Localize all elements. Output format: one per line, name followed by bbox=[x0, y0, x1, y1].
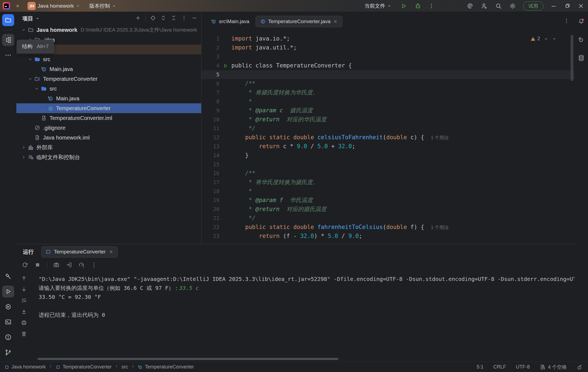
tree-item[interactable]: src bbox=[16, 84, 201, 94]
code-line[interactable]: 11 */ bbox=[201, 124, 574, 133]
editor-scrollbar[interactable] bbox=[571, 35, 573, 81]
tree-item[interactable]: Java homework.iml bbox=[16, 133, 201, 142]
code-line[interactable]: 16 /** bbox=[201, 169, 574, 178]
tool-more[interactable] bbox=[2, 49, 14, 61]
file-encoding[interactable]: UTF-8 bbox=[516, 364, 530, 370]
chevron-down-icon[interactable] bbox=[27, 57, 34, 61]
notifications[interactable] bbox=[578, 18, 585, 26]
code-line[interactable]: 13 return c * 9.0 / 5.0 + 32.0; bbox=[201, 142, 574, 151]
breadcrumb-item[interactable]: Java homework bbox=[4, 364, 46, 370]
indent-widget[interactable]: 4 个空格 bbox=[540, 364, 567, 370]
breadcrumb-item[interactable]: TemperatureConverter bbox=[138, 364, 194, 370]
kebab-icon[interactable] bbox=[564, 18, 569, 24]
run-button[interactable] bbox=[400, 2, 407, 10]
code-line[interactable]: 4public class TemperatureConverter { bbox=[201, 61, 574, 70]
code-line[interactable]: 17 * 将华氏度转换为摄氏度。 bbox=[201, 178, 574, 187]
close-button[interactable] bbox=[578, 3, 584, 9]
editor-tab[interactable]: src\Main.java bbox=[206, 16, 254, 27]
tool-problems[interactable] bbox=[2, 331, 14, 343]
soft-wrap-button[interactable] bbox=[21, 297, 27, 305]
inspection-widget[interactable]: 2 bbox=[530, 36, 556, 42]
chevron-down-icon[interactable] bbox=[33, 86, 40, 91]
tool-structure[interactable] bbox=[2, 34, 14, 46]
code-line[interactable]: 7 * 将摄氏度转换为华氏度。 bbox=[201, 88, 574, 97]
run-line-icon[interactable] bbox=[223, 63, 228, 69]
pp-options[interactable] bbox=[181, 15, 187, 22]
close-icon[interactable] bbox=[333, 19, 338, 24]
scroll-to-end-button[interactable] bbox=[21, 309, 27, 316]
code-line[interactable]: 8 * bbox=[201, 97, 574, 106]
tree-item[interactable]: src bbox=[16, 54, 201, 64]
chevron-down-icon[interactable] bbox=[27, 77, 34, 81]
breadcrumb-item[interactable]: TemperatureConverter bbox=[56, 364, 112, 370]
run-config-selector[interactable]: 当前文件 bbox=[363, 1, 393, 11]
chevron-down-icon[interactable] bbox=[35, 16, 40, 21]
code-line[interactable]: 5 bbox=[201, 70, 574, 79]
chevron-down-icon[interactable] bbox=[20, 28, 27, 32]
tab-list-icon[interactable] bbox=[564, 18, 569, 25]
debug-button[interactable] bbox=[414, 2, 421, 10]
code-line[interactable]: 12 public static double celsiusToFahrenh… bbox=[201, 133, 574, 142]
code-line[interactable]: 3 bbox=[201, 52, 574, 61]
console-output[interactable]: "D:\Java JDK25\bin\java.exe" "-javaagent… bbox=[32, 271, 574, 362]
jump-down-button[interactable] bbox=[21, 286, 27, 294]
tree-item[interactable]: Main.java bbox=[16, 64, 201, 74]
code-line[interactable]: 10 * @return 对应的华氏温度 bbox=[201, 115, 574, 124]
jump-up-button[interactable] bbox=[21, 275, 27, 283]
run-tab[interactable]: TemperatureConverter bbox=[41, 246, 118, 258]
tree-item[interactable]: 临时文件和控制台 bbox=[16, 152, 201, 162]
pp-expand-all[interactable] bbox=[160, 15, 166, 22]
code-line[interactable]: 6 /** bbox=[201, 79, 574, 88]
prev-warning-icon[interactable] bbox=[544, 37, 548, 41]
profiler-button[interactable] bbox=[78, 262, 85, 269]
chevron-right-icon[interactable] bbox=[20, 155, 27, 159]
code-line[interactable]: 1import java.io.*; bbox=[201, 34, 574, 43]
clear-all-button[interactable] bbox=[21, 331, 27, 338]
tree-item[interactable]: 外部库 bbox=[16, 142, 201, 152]
code-line[interactable]: 2import java.util.*; bbox=[201, 43, 574, 52]
trial-badge[interactable]: 试用 bbox=[523, 1, 543, 11]
console-hscrollbar[interactable] bbox=[38, 358, 338, 360]
pp-add[interactable] bbox=[135, 15, 141, 22]
project-panel-title[interactable]: 项目 bbox=[22, 15, 33, 22]
code-line[interactable]: 19 * @param f 华氏温度 bbox=[201, 196, 574, 205]
editor-tab[interactable]: TemperatureConverter.java bbox=[256, 16, 342, 27]
breadcrumb-item[interactable]: src bbox=[121, 364, 128, 370]
tool-run[interactable] bbox=[2, 286, 14, 297]
code-line[interactable]: 18 * bbox=[201, 187, 574, 196]
minimize-button[interactable] bbox=[550, 3, 557, 9]
code-line[interactable]: 15 bbox=[201, 160, 574, 169]
snapshot-button[interactable] bbox=[53, 262, 60, 269]
tool-build[interactable] bbox=[2, 270, 14, 282]
tool-git[interactable] bbox=[2, 346, 14, 358]
rerun-button[interactable] bbox=[22, 262, 28, 269]
print-button[interactable] bbox=[21, 320, 27, 327]
code-line[interactable]: 14 } bbox=[201, 151, 574, 160]
ai-assistant[interactable] bbox=[578, 36, 585, 45]
attach-button[interactable] bbox=[66, 262, 72, 269]
chevron-right-icon[interactable] bbox=[20, 145, 27, 150]
tree-item[interactable]: TemperatureConverter.iml bbox=[16, 113, 201, 123]
search-everywhere-icon[interactable] bbox=[495, 2, 502, 10]
code-line[interactable]: 23 return (f - 32.0) * 5.0 / 9.0; bbox=[201, 232, 574, 241]
caret-position[interactable]: 5:1 bbox=[477, 364, 483, 370]
code-line[interactable]: 22 public static double fahrenheitToCels… bbox=[201, 223, 574, 232]
maximize-button[interactable] bbox=[564, 3, 571, 9]
vcs-widget[interactable]: 版本控制 bbox=[88, 1, 118, 11]
database[interactable] bbox=[578, 54, 585, 63]
stop-button[interactable] bbox=[34, 262, 41, 269]
settings-gear-icon[interactable] bbox=[509, 2, 516, 10]
main-menu-icon[interactable] bbox=[14, 3, 21, 9]
pp-hide[interactable] bbox=[191, 15, 197, 22]
next-warning-icon[interactable] bbox=[552, 37, 556, 41]
tree-item[interactable]: Main.java bbox=[16, 94, 201, 103]
console-options-button[interactable] bbox=[91, 262, 97, 269]
line-ending[interactable]: CRLF bbox=[493, 364, 506, 370]
pp-locate[interactable] bbox=[150, 15, 156, 22]
tool-project[interactable] bbox=[2, 14, 14, 26]
tree-item[interactable]: TemperatureConverter bbox=[16, 74, 201, 84]
code-line[interactable]: 9 * @param c 摄氏温度 bbox=[201, 106, 574, 115]
ai-assistant-icon[interactable] bbox=[467, 2, 474, 10]
tree-item[interactable]: Java homeworkD:\IntelliJ IDEA 2025.3.3\J… bbox=[16, 25, 201, 35]
tool-terminal[interactable] bbox=[2, 316, 14, 328]
